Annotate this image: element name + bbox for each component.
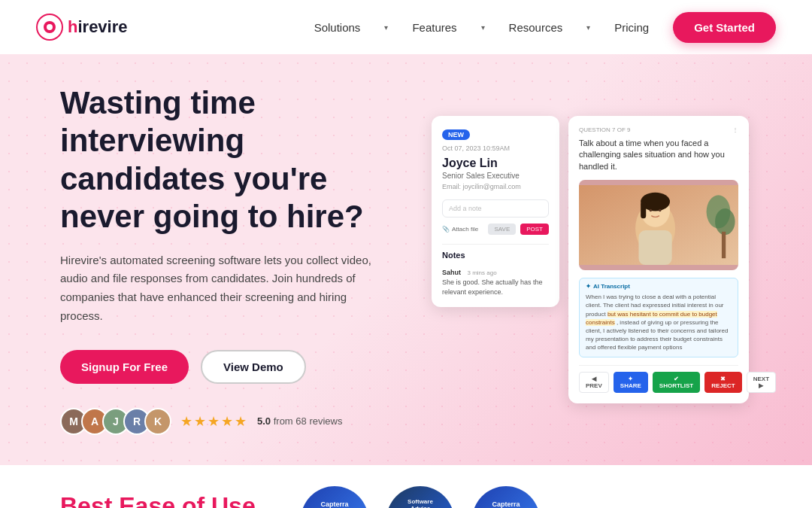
capterra-ease-badge: Capterra BEST EASE OF USE 2024 [301,486,368,508]
mockup-container: NEW Oct 07, 2023 10:59AM Joyce Lin Senio… [432,116,749,403]
awards-section: Best Ease of Use 2024 Capterra BEST EASE… [0,465,812,508]
question-card: QUESTION 7 OF 9 ⋮ Talk about a time when… [568,116,749,403]
note-item: Sahut 3 mins ago She is good. She actual… [442,264,549,297]
candidate-email: Email: joycilin@gmail.com [442,183,549,190]
software-advice-badge: SoftwareAdvice MOST RECOMMENDED 2024 [386,486,454,508]
svg-rect-11 [641,202,646,218]
ai-transcript-text: When I was trying to close a deal with a… [586,293,732,351]
candidate-card: NEW Oct 07, 2023 10:59AM Joyce Lin Senio… [432,116,559,307]
capterra-value-badge: Capterra BEST VALUE 2024 [472,486,540,508]
post-note-button[interactable]: POST [520,224,549,235]
signup-button[interactable]: Signup For Free [60,350,189,384]
next-button[interactable]: NEXT ▶ [747,372,776,393]
avatar-5: K [144,408,171,435]
question-text: Talk about a time when you faced a chall… [579,138,738,172]
logo[interactable]: hirevire [36,14,128,41]
svg-point-6 [715,208,735,235]
card-actions: 📎 Attach file SAVE POST [442,224,549,235]
star-rating: ★★★★★ [180,413,248,430]
candidate-photo [579,180,738,270]
ai-transcript: ✦ AI Transcript When I was trying to clo… [579,278,738,357]
hero-right: NEW Oct 07, 2023 10:59AM Joyce Lin Senio… [414,116,767,403]
ai-label: ✦ AI Transcript [586,283,732,290]
svg-rect-14 [639,230,672,265]
nav-solutions[interactable]: Solutions [314,21,361,34]
navbar: hirevire Solutions ▾ Features ▾ Resource… [0,0,812,54]
note-content: She is good. She actually has the releva… [442,278,549,297]
svg-rect-7 [722,232,726,258]
shortlist-button[interactable]: ✔ SHORTLIST [653,372,700,393]
reviews-section: M A J R K ★★★★★ 5.0 from 68 reviews [60,408,414,435]
notes-title: Notes [442,251,549,260]
candidate-name: Joyce Lin [442,157,549,170]
nav-resources[interactable]: Resources [509,21,563,34]
demo-button[interactable]: View Demo [201,350,306,384]
hero-subtitle: Hirevire's automated screening software … [60,251,376,326]
save-note-button[interactable]: SAVE [488,224,516,235]
question-meta: QUESTION 7 OF 9 ⋮ [579,126,738,133]
candidate-role: Senior Sales Executive [442,172,549,180]
svg-point-12 [650,209,653,212]
nav-features[interactable]: Features [412,21,456,34]
hero-section: Wasting time interviewing candidates you… [0,54,812,465]
new-badge: NEW [442,129,470,140]
notes-section: Notes Sahut 3 mins ago She is good. She … [442,244,549,297]
nav-pricing[interactable]: Pricing [614,21,649,34]
card-date: Oct 07, 2023 10:59AM [442,144,549,152]
logo-icon [36,14,63,41]
logo-text: hirevire [68,17,128,37]
candidate-photo-svg [579,180,738,270]
award-title: Best Ease of Use 2024 [60,492,256,508]
hero-title: Wasting time interviewing candidates you… [60,84,414,236]
reviewer-avatars: M A J R K [60,408,171,435]
get-started-button[interactable]: Get Started [673,12,776,43]
note-author: Sahut [442,269,461,276]
review-score: 5.0 from 68 reviews [257,415,342,427]
note-input[interactable]: Add a note [442,199,549,217]
card-footer: ◀ PREV ✦ SHARE ✔ SHORTLIST ✖ REJECT NEXT… [579,365,738,393]
share-button[interactable]: ✦ SHARE [614,372,648,393]
hero-left: Wasting time interviewing candidates you… [60,84,414,435]
prev-button[interactable]: ◀ PREV [579,372,609,393]
note-timestamp: 3 mins ago [467,269,496,276]
svg-point-13 [659,209,662,212]
svg-point-2 [47,24,53,30]
attach-button[interactable]: 📎 Attach file [442,226,478,233]
reject-button[interactable]: ✖ REJECT [704,372,742,393]
nav-links: Solutions ▾ Features ▾ Resources ▾ Prici… [314,12,776,43]
award-badges: Capterra BEST EASE OF USE 2024 SoftwareA… [301,486,540,508]
hero-buttons: Signup For Free View Demo [60,350,414,384]
